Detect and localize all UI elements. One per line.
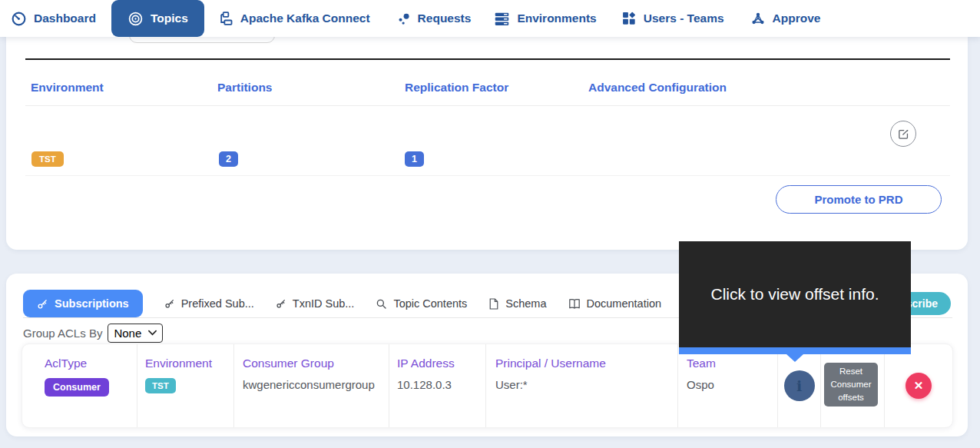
nav-item-label: Approve [773,12,821,25]
group-acls-label: Group ACLs By [23,327,102,340]
acl-type-cell: AclType Consumer [22,344,137,427]
nav-item-label: Apache Kafka Connect [240,12,370,25]
tab-label: Subscriptions [55,297,129,310]
key-icon [37,298,48,310]
info-icon: i [796,377,802,394]
connect-nodes-icon [218,11,233,26]
server-stack-icon [494,11,510,27]
consumer-group-value: kwgenericconsumergroup [243,378,389,391]
acl-type-header: AclType [45,357,137,370]
delete-acl-button[interactable]: ✕ [906,373,932,399]
tab-txnid-subscriptions[interactable]: TxnID Sub... [276,297,355,310]
tab-documentation[interactable]: Documentation [568,297,662,310]
team-header: Team [687,357,777,370]
tab-schema[interactable]: Schema [488,297,546,310]
promote-to-prd-button[interactable]: Promote to PRD [776,185,942,214]
column-header-replication-factor: Replication Factor [405,81,508,95]
network-triangle-icon [750,11,766,26]
tab-label: Schema [505,297,546,310]
section-divider [25,58,950,60]
consumer-group-header: Consumer Group [243,357,389,370]
key-icon [276,298,286,309]
group-acls-select[interactable]: None [108,324,163,343]
nav-item-environments[interactable]: Environments [494,11,596,27]
ip-address-header: IP Address [397,357,485,370]
key-icon [164,298,175,309]
replication-factor-badge: 1 [405,151,424,167]
edit-topic-button[interactable] [890,121,916,147]
acl-table: AclType Consumer Environment TST Consume… [22,343,953,428]
topics-bullseye-icon [127,11,144,27]
nav-item-label: Topics [151,12,188,25]
offset-info-tooltip: Click to view offset info. [679,241,911,347]
nav-item-requests[interactable]: Requests [396,12,472,26]
column-header-partitions: Partitions [217,81,272,95]
tab-label: Documentation [587,297,662,310]
group-acls-selected-value: None [114,327,141,340]
x-icon: ✕ [914,379,924,393]
consumer-group-cell: Consumer Group kwgenericconsumergroup [233,344,389,427]
principal-cell: Principal / Username User:* [485,344,677,427]
nav-item-label: Environments [517,12,596,25]
tab-prefixed-subscriptions[interactable]: Prefixed Sub... [164,297,254,310]
tab-topic-contents[interactable]: Topic Contents [376,297,467,310]
environment-badge: TST [145,378,176,393]
search-icon [376,298,387,310]
column-header-environment: Environment [31,81,104,95]
team-value: Ospo [687,378,777,391]
offset-info-button[interactable]: i [784,370,815,401]
acl-type-badge: Consumer [45,378,109,397]
nav-item-approve[interactable]: Approve [750,11,821,26]
reset-consumer-offsets-tooltip: Reset Consumer offsets [824,363,878,407]
grid-squares-icon [621,11,637,26]
nav-item-topics[interactable]: Topics [111,0,204,37]
edit-pencil-icon [897,128,910,141]
header-divider [25,105,950,106]
ip-address-cell: IP Address 10.128.0.3 [389,344,485,427]
offset-tooltip-caret [786,354,803,362]
requests-dots-icon [396,12,411,26]
group-acls-control: Group ACLs By None [23,321,163,344]
environment-cell: Environment TST [137,344,233,427]
delete-acl-cell: ✕ [884,344,952,427]
file-icon [488,298,499,310]
nav-item-dashboard[interactable]: Dashboard [11,11,96,27]
principal-value: User:* [495,378,677,391]
open-book-icon [568,298,581,310]
ip-address-value: 10.128.0.3 [397,378,485,391]
nav-item-apache-kafka-connect[interactable]: Apache Kafka Connect [218,11,370,26]
tab-label: Prefixed Sub... [181,297,254,310]
nav-item-label: Dashboard [34,12,96,25]
partitions-badge: 2 [219,151,238,167]
tab-label: Topic Contents [393,297,467,310]
nav-item-label: Requests [418,12,472,25]
row-divider [25,175,950,176]
nav-item-users-teams[interactable]: Users - Teams [621,11,724,26]
chevron-down-icon [148,330,157,336]
tab-label: TxnID Sub... [293,297,355,310]
nav-item-label: Users - Teams [644,12,724,25]
top-navbar: Dashboard Topics Apache Kafka Connect Re… [0,0,980,37]
tab-subscriptions[interactable]: Subscriptions [23,290,143,317]
column-header-advanced-configuration: Advanced Configuration [588,81,727,95]
principal-header: Principal / Username [495,357,677,370]
environment-badge: TST [31,151,64,167]
tab-bar: Subscriptions Prefixed Sub... TxnID Sub.… [23,290,661,317]
team-cell: Team Ospo [677,344,777,427]
environment-header: Environment [145,357,233,370]
dashboard-gauge-icon [11,11,27,27]
topic-overview-card: Environment Partitions Replication Facto… [6,37,968,250]
offset-tooltip-bar [679,347,911,354]
